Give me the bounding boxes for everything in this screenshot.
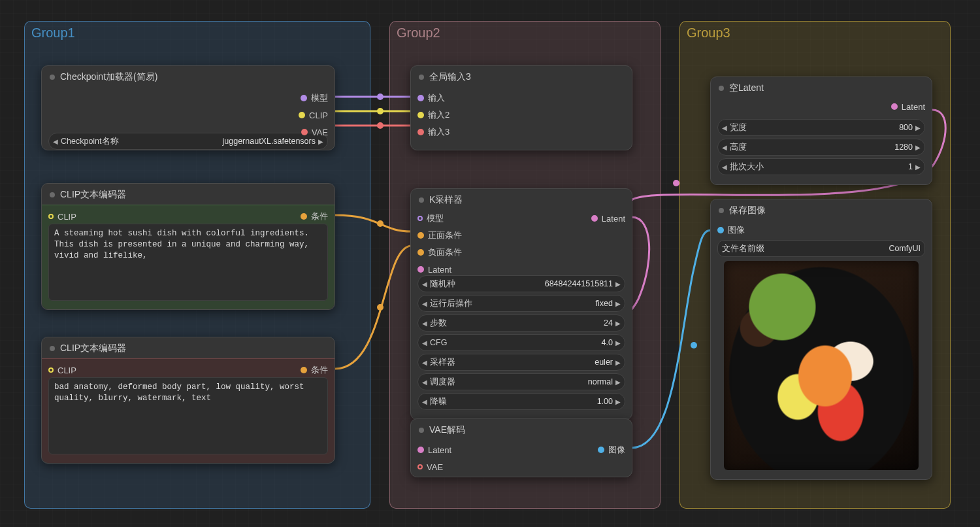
port-dot-icon [417,464,423,469]
port-in-latent[interactable]: Latent [411,443,458,457]
widget-height[interactable]: ◀高度1280▶ [717,139,925,156]
node-title: K采样器 [429,194,463,206]
port-dot-icon [591,215,598,222]
port-dot-icon [717,227,724,233]
port-out-model[interactable]: 模型 [292,91,335,105]
widget-batch[interactable]: ◀批次大小1▶ [717,158,925,175]
triangle-right-icon: ▶ [318,138,323,145]
prompt-textarea-negative[interactable] [48,377,328,454]
port-in-model[interactable]: 模型 [411,211,468,226]
port-dot-icon [417,112,424,118]
svg-point-2 [377,122,384,129]
widget-after[interactable]: ◀运行后操作fixed▶ [417,295,625,312]
collapse-dot-icon[interactable] [419,75,424,80]
port-in-negative[interactable]: 负面条件 [411,245,468,260]
svg-point-1 [377,108,384,114]
port-out-cond[interactable]: 条件 [294,363,328,377]
port-dot-icon [48,214,54,219]
port-dot-icon [417,216,423,221]
collapse-dot-icon[interactable] [50,192,55,197]
group-1-label: Group1 [31,26,75,40]
port-dot-icon [301,129,308,135]
node-vae-decode[interactable]: VAE解码 Latent VAE 图像 [410,418,632,477]
widget-denoise[interactable]: ◀降噪1.00▶ [417,393,625,410]
collapse-dot-icon[interactable] [719,208,724,213]
port-in-clip[interactable]: CLIP [48,209,83,224]
node-header[interactable]: 保存图像 [711,199,932,220]
prompt-textarea-positive[interactable] [48,224,328,301]
node-header[interactable]: 全局输入3 [411,66,632,87]
port-out-vae[interactable]: VAE [292,125,335,139]
group-2-label: Group2 [397,26,440,40]
triangle-left-icon: ◀ [53,138,58,145]
port-in-latent[interactable]: Latent [411,262,468,277]
port-in-2[interactable]: 输入2 [411,108,456,122]
port-in-3[interactable]: 输入3 [411,125,456,139]
widget-seed[interactable]: ◀随机种684842441515811▶ [417,275,625,292]
node-empty-latent[interactable]: 空Latent Latent ◀宽度800▶ ◀高度1280▶ ◀批次大小1▶ [710,76,932,185]
widget-sampler[interactable]: ◀采样器euler▶ [417,354,625,371]
node-title: 空Latent [729,82,764,94]
port-in-vae[interactable]: VAE [411,460,458,474]
node-title: VAE解码 [429,424,465,436]
svg-point-0 [377,94,384,100]
port-dot-icon [417,249,424,256]
node-title: 保存图像 [729,205,766,216]
widget-steps[interactable]: ◀步数24▶ [417,314,625,332]
collapse-dot-icon[interactable] [419,197,424,203]
port-dot-icon [417,232,424,239]
port-in-1[interactable]: 输入 [411,91,456,105]
port-in-clip[interactable]: CLIP [48,363,83,377]
collapse-dot-icon[interactable] [719,86,724,91]
node-header[interactable]: 空Latent [711,77,932,98]
svg-point-3 [377,220,384,227]
widget-filename-prefix[interactable]: 文件名前缀 ComfyUI [717,240,925,257]
node-title: CLIP文本编码器 [60,343,126,354]
port-dot-icon [598,447,604,453]
port-out-cond[interactable]: 条件 [294,209,328,224]
group-3-label: Group3 [687,26,730,40]
collapse-dot-icon[interactable] [419,428,424,433]
widget-scheduler[interactable]: ◀调度器normal▶ [417,373,625,390]
port-dot-icon [891,103,898,110]
svg-point-4 [377,304,384,311]
port-in-positive[interactable]: 正面条件 [411,228,468,243]
widget-cfg[interactable]: ◀CFG4.0▶ [417,334,625,351]
node-save-image[interactable]: 保存图像 图像 文件名前缀 ComfyUI [710,199,932,480]
widget-checkpoint-name[interactable]: ◀Checkpoint名称 juggernautXL.safetensors▶ [48,133,328,150]
node-clip-text-encode-negative[interactable]: CLIP文本编码器 CLIP 条件 [41,337,335,464]
widget-width[interactable]: ◀宽度800▶ [717,119,925,136]
node-title: 全局输入3 [429,71,471,83]
node-header[interactable]: VAE解码 [411,419,632,440]
port-dot-icon [301,95,307,101]
node-header[interactable]: K采样器 [411,189,632,210]
port-dot-icon [301,367,307,373]
node-title: CLIP文本编码器 [60,189,126,201]
port-in-image[interactable]: 图像 [711,223,751,237]
node-ksampler[interactable]: K采样器 模型 正面条件 负面条件 Latent Latent ◀随机种6848… [410,188,632,420]
port-dot-icon [417,447,424,453]
node-header[interactable]: CLIP文本编码器 [42,337,335,358]
node-global-inputs[interactable]: 全局输入3 输入 输入2 输入3 [410,65,632,150]
output-image-preview[interactable] [724,261,919,470]
port-dot-icon [301,213,307,220]
port-out-latent[interactable]: Latent [585,211,632,226]
collapse-dot-icon[interactable] [50,346,55,351]
node-header[interactable]: CLIP文本编码器 [42,184,335,205]
port-out-clip[interactable]: CLIP [292,108,335,122]
port-dot-icon [48,367,54,373]
node-clip-text-encode-positive[interactable]: CLIP文本编码器 CLIP 条件 [41,183,335,310]
port-dot-icon [417,95,424,101]
port-out-latent[interactable]: Latent [885,99,932,114]
node-checkpoint-loader[interactable]: Checkpoint加载器(简易) 模型 CLIP VAE ◀Checkpoin… [41,65,335,150]
node-header[interactable]: Checkpoint加载器(简易) [42,66,335,87]
port-dot-icon [299,112,305,118]
port-dot-icon [417,129,424,135]
port-dot-icon [417,266,424,273]
svg-point-5 [673,180,679,186]
port-out-image[interactable]: 图像 [591,443,632,457]
node-title: Checkpoint加载器(简易) [60,71,157,83]
collapse-dot-icon[interactable] [50,75,55,80]
